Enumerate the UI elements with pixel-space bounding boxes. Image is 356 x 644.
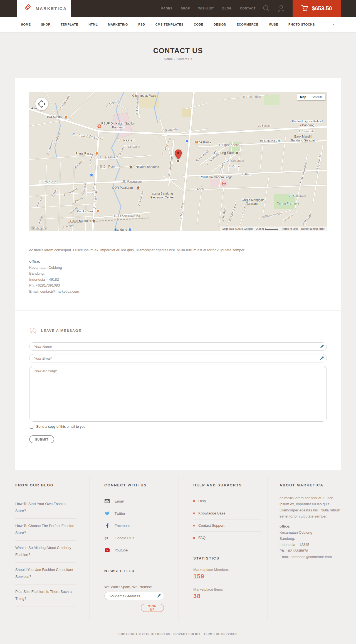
header-nav-item[interactable]: SHOP [181,7,190,10]
about-heading: ABOUT MARKETICA [280,483,341,487]
email-input[interactable] [29,354,327,362]
poi-icon [96,210,100,213]
google-plus-icon: g+ [105,536,110,540]
help-link[interactable]: Knowladge Base [193,507,261,519]
blog-link[interactable]: What is So Alluring About Celebrity Fash… [15,541,76,563]
main-menu-item[interactable]: CODE [194,23,203,26]
privacy-link[interactable]: PRIVACY POLICY [173,633,200,636]
poi-icon [129,165,133,169]
hospital-icon: H [222,182,226,185]
chevron-down-icon[interactable]: ⌄ [332,21,335,26]
poi-icon [194,141,198,144]
poi-icon [90,173,93,177]
tag-logo-icon [24,4,32,13]
map-type-satellite-button[interactable]: Satellite [309,94,325,100]
facebook-icon [106,523,108,528]
poi-icon [95,152,99,155]
header-nav-item[interactable]: PAGES [161,7,172,10]
blog-heading: FROM OUR BLOG [15,483,76,487]
about-text: ec mollis lorem consequat. Fusce ipsum e… [280,495,341,519]
bullet-icon [193,537,195,539]
about-office-line: Indonesia – 12345 [280,542,341,548]
footer-divider [179,477,179,621]
logo-text: MARKETICA [36,6,67,11]
map-type-toggle: Map Satellite [297,94,325,100]
stat-row: Marketplace Items 38 [193,587,261,600]
office-title: office: [29,258,79,265]
blog-link[interactable]: Should You Use Fashion Consultant Servic… [15,563,76,585]
copyright-bar: COPYRIGHT © 2015 TOKOPRESS PRIVACY POLIC… [0,633,356,636]
main-menu-item[interactable]: MARKETING [108,23,128,26]
office-line: Kecamatan Coblong [29,265,79,271]
help-heading: HELP AND SUPPORTS [193,483,261,487]
help-label: Knowladge Base [198,511,226,515]
terms-link[interactable]: Terms of Use [281,227,298,230]
map-marker-icon[interactable] [175,150,182,160]
social-link[interactable]: Facebook [104,519,164,532]
footer-divider [268,477,268,621]
blog-link[interactable]: How To Start Your Own Fashion Store? [15,497,76,519]
tos-link[interactable]: TERMS OF SERVICES [204,633,238,636]
stats-list: Marketplace Members 159 Marketplace Item… [193,568,261,600]
form-heading: LEAVE A MESSAGE [29,327,81,334]
breadcrumb-current: Contact Us [176,57,192,61]
search-icon[interactable] [263,5,270,12]
report-error-link[interactable]: Report a map error [301,227,325,230]
message-textarea[interactable] [29,366,327,422]
main-menu-item[interactable]: ECOMMERCE [237,23,258,26]
stat-label: Marketplace Members [193,568,261,572]
name-input[interactable] [29,342,327,351]
header-nav-item[interactable]: BLOG [222,7,232,10]
main-menu-item[interactable]: SHOP [41,23,50,26]
pen-icon [157,594,161,598]
footer-help-column: HELP AND SUPPORTS Help Knowladge Base [193,483,261,600]
signup-button[interactable]: SIGN UP [141,604,164,612]
send-copy-checkbox[interactable] [30,425,33,429]
main-menu-item[interactable]: HTML [88,23,98,26]
header-nav: PAGESSHOPWISHLISTBLOGCONTACT [161,0,256,17]
blog-link[interactable]: How To Choose The Perfect Fashion Store? [15,519,76,541]
help-link[interactable]: Help [193,495,261,507]
poi-icon [137,186,140,190]
social-link[interactable]: Youtube [104,544,164,556]
main-menu-item[interactable]: CMS TEMPLATES [155,23,184,26]
header-nav-item[interactable]: WISHLIST [198,7,214,10]
help-link[interactable]: Contact Support [193,519,261,532]
map-type-map-button[interactable]: Map [297,94,309,100]
stats-heading: STATISTICS [193,556,261,560]
user-icon[interactable] [278,5,285,12]
main-menu-item[interactable]: HOME [21,23,31,26]
submit-button[interactable]: SUBMIT [29,435,54,443]
footer-divider [90,477,90,621]
main-menu-item[interactable]: PHOTO STOCKS [288,23,315,26]
map-pan-control[interactable] [35,98,48,110]
social-link[interactable]: g+ Google Plus [104,532,164,544]
logo[interactable]: MARKETICA [17,0,71,17]
poi-icon [236,151,239,155]
office-info: office: Kecamatan CoblongBandung.Indones… [29,258,79,294]
main-menu-item[interactable]: DESIGN [214,23,226,26]
blog-link[interactable]: Plus Size Fashion: Is There Such a Thing… [15,585,76,606]
office-line: Indonesia – 49182 [29,277,79,283]
header-nav-item[interactable]: CONTACT [240,7,256,10]
cart-icon [301,5,308,12]
breadcrumb-home[interactable]: Home [164,57,173,61]
about-office: office: Kecamatan CoblongBandung.Indones… [280,523,341,560]
about-office-line: Email. someone@someone.com [280,554,341,560]
main-menu-item[interactable]: PSD [138,23,145,26]
main-menu-item[interactable]: TEMPLATE [61,23,78,26]
social-link[interactable]: Email [104,495,164,507]
map-data-copyright: Map data ©2015 Google [222,227,253,230]
poi-icon [128,228,132,232]
main-menu-item[interactable]: MUSE [269,23,278,26]
about-office-line: Kecamatan Coblong [280,529,341,536]
social-label: Email [115,499,124,503]
google-map[interactable]: HHCihampelas WalkJl. HasanudinRaja Sunda… [29,92,327,231]
newsletter-email-input[interactable] [104,592,164,600]
social-link[interactable]: Twitter [104,507,164,519]
cart-button[interactable]: $653.50 [293,0,341,17]
help-link[interactable]: FAQ [193,532,261,544]
bullet-icon [193,513,195,514]
connect-heading: CONNECT WITH US [104,483,164,487]
send-copy-label: Send a copy of this email to you [36,425,85,429]
